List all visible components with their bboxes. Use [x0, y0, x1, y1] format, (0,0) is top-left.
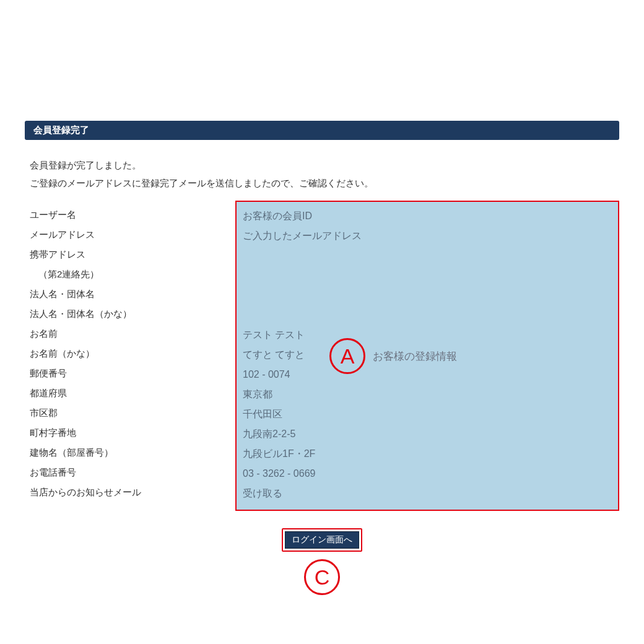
page-header: 会員登録完了 — [25, 121, 619, 140]
annotation-a-text: お客様の登録情報 — [373, 349, 457, 363]
value-phone: 03 - 3262 - 0669 — [243, 464, 612, 484]
annotation-c-circle: C — [304, 559, 340, 595]
label-mobile-sub: （第2連絡先） — [30, 264, 235, 284]
values-box: お客様の会員ID ご入力したメールアドレス テスト テスト てすと てすと 10… — [235, 201, 619, 511]
label-phone: お電話番号 — [30, 463, 235, 482]
label-newsletter: 当店からのお知らせメール — [30, 482, 235, 502]
labels-column: ユーザー名 メールアドレス 携帯アドレス （第2連絡先） 法人名・団体名 法人名… — [25, 201, 235, 511]
message-line2: ご登録のメールアドレスに登録完了メールを送信しましたので、ご確認ください。 — [25, 178, 619, 189]
button-area: ログイン画面へ C — [25, 528, 619, 595]
value-email: ご入力したメールアドレス — [243, 226, 612, 246]
info-section: ユーザー名 メールアドレス 携帯アドレス （第2連絡先） 法人名・団体名 法人名… — [25, 201, 619, 511]
label-corp: 法人名・団体名 — [30, 284, 235, 304]
label-mobile: 携帯アドレス — [30, 245, 235, 264]
value-building: 九段ビル1F・2F — [243, 444, 612, 464]
annotation-a: A お客様の登録情報 — [329, 338, 457, 374]
label-corp-kana: 法人名・団体名（かな） — [30, 304, 235, 324]
value-city: 千代田区 — [243, 404, 612, 424]
value-username: お客様の会員ID — [243, 206, 612, 226]
value-mobile-sub — [243, 266, 612, 285]
label-email: メールアドレス — [30, 225, 235, 245]
message-line1: 会員登録が完了しました。 — [25, 160, 619, 172]
label-name-kana: お名前（かな） — [30, 344, 235, 363]
label-address: 町村字番地 — [30, 423, 235, 443]
label-username: ユーザー名 — [30, 205, 235, 225]
value-corp-kana — [243, 305, 612, 325]
label-postal: 郵便番号 — [30, 363, 235, 383]
button-highlight-border: ログイン画面へ — [282, 528, 362, 552]
label-building: 建物名（部屋番号） — [30, 443, 235, 463]
login-button[interactable]: ログイン画面へ — [285, 531, 359, 549]
value-corp — [243, 285, 612, 305]
label-city: 市区郡 — [30, 403, 235, 423]
label-name: お名前 — [30, 324, 235, 344]
value-mobile — [243, 246, 612, 266]
label-prefecture: 都道府県 — [30, 383, 235, 403]
annotation-a-circle: A — [329, 338, 365, 374]
annotation-c-wrapper: C — [25, 552, 619, 595]
value-prefecture: 東京都 — [243, 385, 612, 404]
value-address: 九段南2-2-5 — [243, 424, 612, 444]
value-newsletter: 受け取る — [243, 484, 612, 503]
